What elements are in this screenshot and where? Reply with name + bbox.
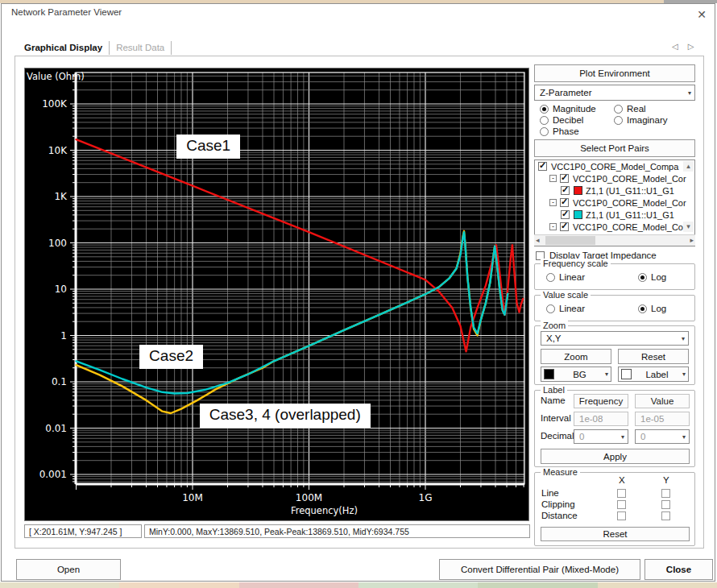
chevron-down-icon: ▾ [621,433,624,441]
radio-phase[interactable]: Phase [540,126,579,136]
port-pair-tree[interactable]: VCC1P0_CORE_Model_Compa-VCC1P0_CORE_Mode… [534,159,695,246]
frequency-log-label: Log [651,272,666,282]
tree-item-label: Z1,1 (U1_G11::U1_G1 [586,210,674,220]
svg-text:1G: 1G [419,492,433,503]
tree-checkbox[interactable] [560,198,569,207]
tree-checkbox[interactable] [561,210,570,219]
radio-phase-label: Phase [553,126,579,136]
radio-imaginary[interactable]: Imaginary [614,115,668,125]
measure-reset-button[interactable]: Reset [541,527,690,541]
tree-color-swatch [574,210,582,219]
label-name-value-field[interactable]: Value [635,394,690,408]
radio-imaginary-label: Imaginary [627,115,668,125]
parameter-select[interactable]: Z-Parameter ▾ [534,85,695,101]
tree-item-label: VCC1P0_CORE_Model_Cor [573,174,686,184]
frequency-scale-log[interactable]: Log [638,272,666,282]
radio-decibel-label: Decibel [553,115,583,125]
select-port-pairs-button[interactable]: Select Port Pairs [534,139,695,157]
decimal-frequency-select[interactable]: 0 ▾ [574,429,628,444]
label-color-select[interactable]: Label ▾ [618,366,689,382]
value-log-label: Log [651,304,666,313]
tree-scroll-down-icon[interactable]: ▾ [683,222,694,232]
plot-environment-button[interactable]: Plot Environment [534,64,695,82]
tree-scrollbar-thumb[interactable] [545,236,595,245]
svg-text:1: 1 [60,330,67,342]
tree-expander-icon[interactable]: - [549,199,557,206]
measure-clipping-y-checkbox[interactable] [661,500,670,509]
zoom-mode-value: X,Y [546,333,562,343]
tree-expander-icon[interactable]: - [549,175,557,182]
svg-text:10: 10 [55,284,67,295]
svg-text:10K: 10K [48,145,68,156]
tree-scroll-up-icon[interactable]: ▴ [683,161,694,172]
measure-legend: Measure [541,467,580,477]
label-color-swatch [621,369,632,379]
value-scale-log[interactable]: Log [638,304,666,313]
cursor-position-status: [ X:201.61M, Y:947.245 ] [24,524,142,538]
window-close-button[interactable]: ✕ [693,6,711,23]
measure-row-clipping-label: Clipping [541,499,575,509]
label-name-frequency-field[interactable]: Frequency [574,394,628,408]
radio-real[interactable]: Real [614,104,646,114]
tree-item[interactable]: Z1,1 (U1_G11::U1_G1 [535,184,694,197]
radio-decibel[interactable]: Decibel [540,115,583,125]
measure-line-y-checkbox[interactable] [661,489,670,498]
decimal-value-select[interactable]: 0 ▾ [635,429,690,444]
radio-icon [546,304,555,313]
zoom-button[interactable]: Zoom [541,349,611,364]
radio-phase-icon [540,127,549,136]
zoom-mode-select[interactable]: X,Y ▾ [541,331,689,346]
screen: Network Parameter Viewer ✕ Graphical Dis… [0,0,717,588]
svg-text:1K: 1K [54,191,68,202]
bg-color-swatch [544,369,554,379]
zoom-reset-button[interactable]: Reset [618,349,689,364]
svg-text:0.01: 0.01 [45,423,67,434]
chevron-down-icon: ▾ [688,89,691,97]
label-apply-button[interactable]: Apply [541,449,690,464]
tree-item[interactable]: VCC1P0_CORE_Model_Compa [535,160,694,172]
bg-color-select[interactable]: BG ▾ [541,366,611,382]
label-decimal-caption: Decimal [541,431,574,441]
tree-horizontal-scrollbar[interactable]: ◂ ▸ [534,234,695,246]
measure-line-x-checkbox[interactable] [617,489,626,498]
tree-scroll-left-icon[interactable]: ◂ [536,235,540,246]
radio-real-label: Real [627,104,646,114]
convert-differential-pair-button[interactable]: Convert Differential Pair (Mixed-Mode) [439,559,640,580]
interval-frequency-input[interactable]: 1e-08 [574,412,628,426]
tree-checkbox[interactable] [538,162,547,171]
open-button[interactable]: Open [16,559,121,580]
frequency-scale-linear[interactable]: Linear [546,272,585,282]
measure-distance-y-checkbox[interactable] [661,511,670,520]
label-name-caption: Name [541,395,566,405]
measure-distance-x-checkbox[interactable] [617,511,626,520]
tab-scroll-right-icon[interactable]: ▷ [688,42,694,51]
tree-scroll-right-icon[interactable]: ▸ [690,235,694,246]
frequency-linear-label: Linear [559,272,585,282]
tree-item[interactable]: -VCC1P0_CORE_Model_Cor [535,221,694,233]
label-group-legend: Label [541,385,567,395]
tree-expander-icon[interactable]: - [549,223,557,230]
interval-value-input[interactable]: 1e-05 [635,412,690,426]
radio-magnitude-label: Magnitude [553,104,596,114]
tree-item[interactable]: -VCC1P0_CORE_Model_Cor [535,197,694,209]
tab-result-data[interactable]: Result Data [110,41,172,55]
impedance-plot[interactable]: 100K10K1K1001010.10.010.00110M100M1GValu… [24,68,529,521]
tree-checkbox[interactable] [560,174,569,183]
radio-magnitude[interactable]: Magnitude [540,104,596,114]
chart-annotation: Case1 [176,135,240,159]
tab-graphical-display[interactable]: Graphical Display [18,41,110,55]
tree-checkbox[interactable] [560,222,569,231]
tree-item[interactable]: Z1,1 (U1_G11::U1_G1 [535,209,694,221]
tree-item[interactable]: -VCC1P0_CORE_Model_Cor [535,172,694,184]
tree-checkbox[interactable] [561,186,570,195]
svg-text:100: 100 [48,238,67,249]
close-button[interactable]: Close [644,559,713,580]
measure-clipping-x-checkbox[interactable] [617,500,626,509]
plot-canvas: 100K10K1K1001010.10.010.00110M100M1GValu… [25,68,528,520]
svg-text:100M: 100M [296,492,322,503]
svg-text:0.001: 0.001 [39,469,67,480]
tab-scroll-left-icon[interactable]: ◁ [672,42,678,51]
window-title: Network Parameter Viewer [11,7,122,17]
chart-annotation: Case3, 4 (overlapped) [200,404,371,428]
value-scale-linear[interactable]: Linear [546,304,585,313]
